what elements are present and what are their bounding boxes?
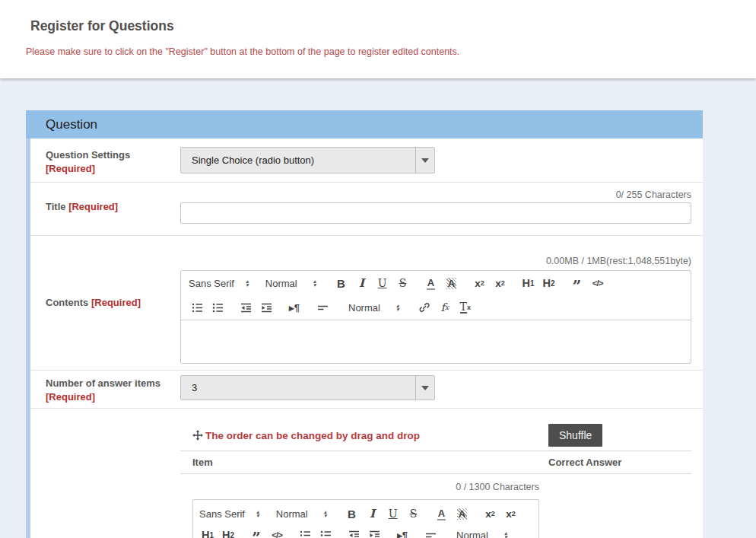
strikethrough-button[interactable]: S [405, 505, 422, 523]
updown-icon: ▴▾ [324, 510, 327, 518]
underline-button[interactable]: U [385, 505, 402, 523]
font-select[interactable]: Sans Serif ▴▾ [199, 508, 259, 520]
size-select-value: Normal [265, 278, 303, 289]
num-items-select[interactable]: 3 [180, 375, 435, 400]
question-settings-select[interactable]: Single Choice (radio button) [180, 147, 435, 173]
outdent-button[interactable] [345, 526, 362, 538]
blockquote-button[interactable]: ” [569, 274, 586, 292]
highlight-color-button[interactable]: A [443, 274, 460, 292]
clear-formatting-button[interactable]: Tx [457, 298, 474, 317]
updown-icon: ▴▾ [396, 304, 399, 312]
code-block-button[interactable]: </> [589, 274, 606, 292]
align-button[interactable] [422, 526, 439, 538]
font-select-value: Sans Serif [199, 508, 246, 520]
link-button[interactable] [416, 298, 433, 317]
select-arrow-button[interactable] [415, 148, 434, 173]
indent-button[interactable] [366, 526, 383, 538]
question-section-title: Question [46, 117, 97, 132]
required-tag: [Required] [46, 163, 95, 174]
text-color-button[interactable]: A [423, 274, 440, 292]
text-direction-button[interactable]: ▸¶ [394, 526, 411, 538]
answer-items-row: The order can be changed by drag and dro… [30, 409, 703, 538]
size-select-value: Normal [276, 508, 314, 520]
align-icon [425, 530, 437, 538]
question-settings-row: Question Settings [Required] Single Choi… [30, 138, 703, 183]
item-char-counter: 0 / 1300 Characters [180, 481, 539, 493]
strikethrough-button[interactable]: S [395, 274, 411, 292]
title-input[interactable] [180, 202, 691, 224]
text-color-button[interactable]: A [434, 505, 450, 523]
ordered-list-button[interactable] [189, 298, 205, 317]
updown-icon: ▴▾ [313, 279, 316, 288]
required-tag: [Required] [68, 201, 118, 212]
blockquote-button[interactable]: ” [248, 526, 265, 538]
header2-button[interactable]: H2 [541, 274, 557, 292]
contents-editor-textarea[interactable] [181, 320, 691, 363]
divider [180, 473, 691, 474]
contents-label: Contents [Required] [30, 296, 180, 310]
subscript-button[interactable]: x2 [472, 274, 488, 292]
outdent-icon [348, 530, 360, 538]
bullet-list-button[interactable] [209, 298, 226, 317]
updown-icon: ▴▾ [504, 531, 507, 538]
italic-button[interactable]: I [354, 274, 370, 292]
bullet-list-icon [212, 302, 224, 314]
font-select-value: Sans Serif [189, 278, 236, 289]
page-header: Register for Questions Please make sure … [0, 0, 756, 78]
num-items-row: Number of answer items [Required] 3 [30, 371, 703, 409]
chevron-down-icon [421, 386, 429, 390]
outdent-button[interactable] [237, 298, 254, 317]
item-editor-toolbar: Sans Serif ▴▾ Normal ▴▾ B I U S A [193, 500, 538, 538]
chevron-down-icon [421, 158, 429, 163]
question-section-header: Question [26, 110, 703, 138]
underline-button[interactable]: U [374, 274, 391, 292]
required-tag: [Required] [91, 297, 141, 308]
toolbar-row-2: ▸¶ Normal ▴▾ [181, 295, 691, 320]
size-select[interactable]: Normal ▴▾ [265, 278, 316, 289]
drag-note: The order can be changed by drag and dro… [205, 430, 420, 441]
header2-button[interactable]: H2 [220, 526, 237, 538]
page-title: Register for Questions [0, 0, 756, 34]
align-button[interactable] [314, 298, 331, 317]
font-select[interactable]: Sans Serif ▴▾ [189, 278, 249, 289]
select-arrow-button[interactable] [415, 376, 434, 400]
answer-table-header: Item Correct Answer [180, 451, 691, 473]
bold-button[interactable]: B [333, 274, 350, 292]
register-notice: Please make sure to click on the "Regist… [26, 46, 756, 57]
subscript-button[interactable]: x2 [482, 505, 499, 523]
contents-editor-toolbar: Sans Serif ▴▾ Normal ▴▾ B I U S [181, 271, 691, 320]
header1-button[interactable]: H1 [199, 526, 216, 538]
size-select[interactable]: Normal ▴▾ [276, 508, 327, 520]
num-items-select-value: 3 [181, 376, 415, 400]
bold-button[interactable]: B [344, 505, 361, 523]
line-height-select[interactable]: Normal ▴▾ [456, 530, 507, 538]
indent-button[interactable] [258, 298, 275, 317]
align-icon [317, 302, 329, 314]
bullet-list-button[interactable] [317, 526, 334, 538]
superscript-button[interactable]: x2 [503, 505, 519, 523]
title-char-counter: 0/ 255 Characters [180, 189, 691, 201]
answer-order-row: The order can be changed by drag and dro… [180, 424, 691, 447]
header1-button[interactable]: H1 [520, 274, 537, 292]
question-card: Question Question Settings [Required] Si… [26, 110, 703, 538]
updown-icon: ▴▾ [256, 510, 259, 518]
item-column-header: Item [180, 457, 548, 468]
outdent-icon [240, 302, 252, 314]
num-items-label: Number of answer items [Required] [30, 371, 180, 408]
move-icon[interactable] [192, 430, 203, 441]
text-direction-button[interactable]: ▸¶ [286, 298, 303, 317]
ordered-list-icon [300, 530, 311, 538]
shuffle-button[interactable]: Shuffle [548, 424, 602, 447]
toolbar-row-1: Sans Serif ▴▾ Normal ▴▾ B I U S [181, 271, 691, 295]
code-block-button[interactable]: </> [268, 526, 285, 538]
formula-button[interactable]: fx [437, 298, 453, 317]
ordered-list-button[interactable] [297, 526, 313, 538]
contents-size-counter: 0.00MB / 1MB(rest:1,048,551byte) [180, 255, 691, 267]
highlight-color-button[interactable]: A [454, 505, 471, 523]
line-height-select[interactable]: Normal ▴▾ [348, 302, 399, 314]
line-height-select-value: Normal [456, 530, 494, 538]
updown-icon: ▴▾ [246, 279, 249, 288]
bullet-list-icon [320, 530, 332, 538]
italic-button[interactable]: I [364, 505, 381, 523]
superscript-button[interactable]: x2 [492, 274, 509, 292]
